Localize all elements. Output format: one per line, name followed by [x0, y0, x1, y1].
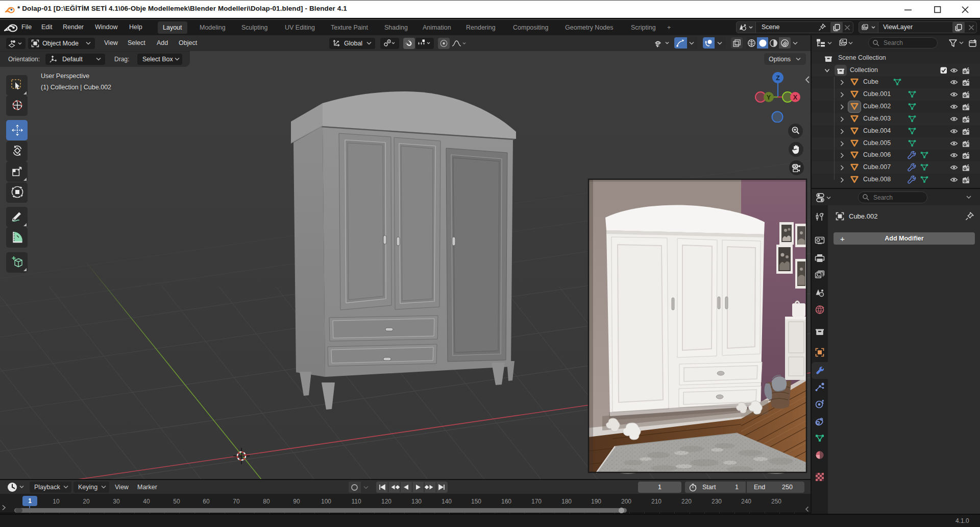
svg-text:Y: Y	[767, 94, 771, 101]
svg-text:Z: Z	[776, 75, 780, 82]
svg-text:X: X	[793, 94, 798, 101]
